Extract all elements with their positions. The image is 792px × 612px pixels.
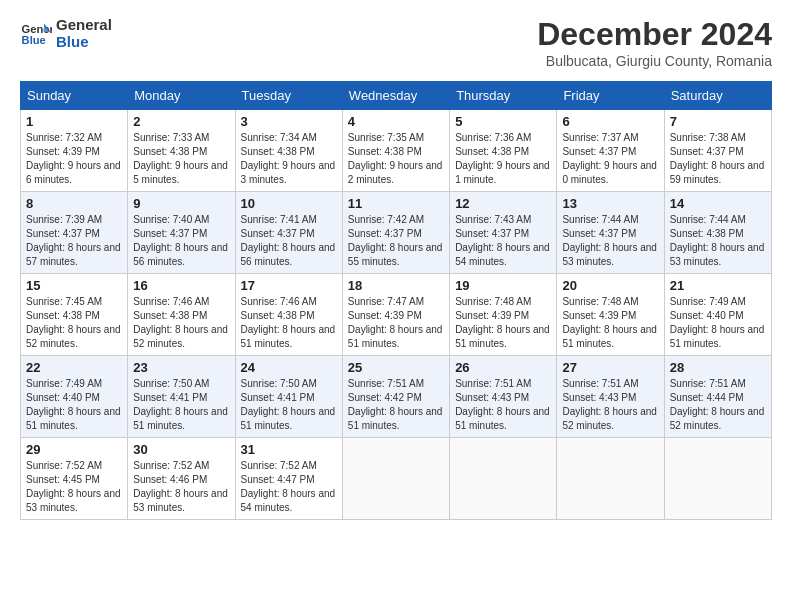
table-row: 24 Sunrise: 7:50 AMSunset: 4:41 PMDaylig…	[235, 356, 342, 438]
day-info: Sunrise: 7:52 AMSunset: 4:47 PMDaylight:…	[241, 460, 336, 513]
calendar-week-3: 15 Sunrise: 7:45 AMSunset: 4:38 PMDaylig…	[21, 274, 772, 356]
table-row: 11 Sunrise: 7:42 AMSunset: 4:37 PMDaylig…	[342, 192, 449, 274]
table-row: 25 Sunrise: 7:51 AMSunset: 4:42 PMDaylig…	[342, 356, 449, 438]
table-row: 6 Sunrise: 7:37 AMSunset: 4:37 PMDayligh…	[557, 110, 664, 192]
day-info: Sunrise: 7:33 AMSunset: 4:38 PMDaylight:…	[133, 132, 228, 185]
table-row: 2 Sunrise: 7:33 AMSunset: 4:38 PMDayligh…	[128, 110, 235, 192]
day-number: 27	[562, 360, 658, 375]
day-number: 12	[455, 196, 551, 211]
calendar-header-row: Sunday Monday Tuesday Wednesday Thursday…	[21, 82, 772, 110]
table-row: 26 Sunrise: 7:51 AMSunset: 4:43 PMDaylig…	[450, 356, 557, 438]
table-row: 31 Sunrise: 7:52 AMSunset: 4:47 PMDaylig…	[235, 438, 342, 520]
day-info: Sunrise: 7:52 AMSunset: 4:45 PMDaylight:…	[26, 460, 121, 513]
day-info: Sunrise: 7:45 AMSunset: 4:38 PMDaylight:…	[26, 296, 121, 349]
day-info: Sunrise: 7:51 AMSunset: 4:42 PMDaylight:…	[348, 378, 443, 431]
table-row: 10 Sunrise: 7:41 AMSunset: 4:37 PMDaylig…	[235, 192, 342, 274]
day-number: 6	[562, 114, 658, 129]
day-info: Sunrise: 7:51 AMSunset: 4:43 PMDaylight:…	[455, 378, 550, 431]
table-row: 14 Sunrise: 7:44 AMSunset: 4:38 PMDaylig…	[664, 192, 771, 274]
day-number: 26	[455, 360, 551, 375]
table-row: 7 Sunrise: 7:38 AMSunset: 4:37 PMDayligh…	[664, 110, 771, 192]
col-monday: Monday	[128, 82, 235, 110]
day-number: 31	[241, 442, 337, 457]
day-number: 10	[241, 196, 337, 211]
day-number: 9	[133, 196, 229, 211]
day-number: 30	[133, 442, 229, 457]
col-friday: Friday	[557, 82, 664, 110]
subtitle: Bulbucata, Giurgiu County, Romania	[537, 53, 772, 69]
table-row: 5 Sunrise: 7:36 AMSunset: 4:38 PMDayligh…	[450, 110, 557, 192]
col-wednesday: Wednesday	[342, 82, 449, 110]
day-number: 24	[241, 360, 337, 375]
table-row: 20 Sunrise: 7:48 AMSunset: 4:39 PMDaylig…	[557, 274, 664, 356]
table-row	[342, 438, 449, 520]
main-title: December 2024	[537, 16, 772, 53]
table-row: 22 Sunrise: 7:49 AMSunset: 4:40 PMDaylig…	[21, 356, 128, 438]
day-number: 20	[562, 278, 658, 293]
day-info: Sunrise: 7:42 AMSunset: 4:37 PMDaylight:…	[348, 214, 443, 267]
day-info: Sunrise: 7:32 AMSunset: 4:39 PMDaylight:…	[26, 132, 121, 185]
col-sunday: Sunday	[21, 82, 128, 110]
day-info: Sunrise: 7:49 AMSunset: 4:40 PMDaylight:…	[670, 296, 765, 349]
table-row: 15 Sunrise: 7:45 AMSunset: 4:38 PMDaylig…	[21, 274, 128, 356]
day-info: Sunrise: 7:41 AMSunset: 4:37 PMDaylight:…	[241, 214, 336, 267]
col-thursday: Thursday	[450, 82, 557, 110]
day-number: 25	[348, 360, 444, 375]
table-row: 21 Sunrise: 7:49 AMSunset: 4:40 PMDaylig…	[664, 274, 771, 356]
day-number: 1	[26, 114, 122, 129]
day-info: Sunrise: 7:48 AMSunset: 4:39 PMDaylight:…	[562, 296, 657, 349]
day-info: Sunrise: 7:51 AMSunset: 4:44 PMDaylight:…	[670, 378, 765, 431]
day-info: Sunrise: 7:38 AMSunset: 4:37 PMDaylight:…	[670, 132, 765, 185]
calendar-week-2: 8 Sunrise: 7:39 AMSunset: 4:37 PMDayligh…	[21, 192, 772, 274]
table-row: 1 Sunrise: 7:32 AMSunset: 4:39 PMDayligh…	[21, 110, 128, 192]
svg-text:Blue: Blue	[22, 34, 46, 46]
day-info: Sunrise: 7:47 AMSunset: 4:39 PMDaylight:…	[348, 296, 443, 349]
day-number: 11	[348, 196, 444, 211]
day-number: 22	[26, 360, 122, 375]
day-info: Sunrise: 7:37 AMSunset: 4:37 PMDaylight:…	[562, 132, 657, 185]
day-number: 7	[670, 114, 766, 129]
table-row: 16 Sunrise: 7:46 AMSunset: 4:38 PMDaylig…	[128, 274, 235, 356]
day-number: 19	[455, 278, 551, 293]
table-row: 12 Sunrise: 7:43 AMSunset: 4:37 PMDaylig…	[450, 192, 557, 274]
day-info: Sunrise: 7:35 AMSunset: 4:38 PMDaylight:…	[348, 132, 443, 185]
day-info: Sunrise: 7:44 AMSunset: 4:38 PMDaylight:…	[670, 214, 765, 267]
col-tuesday: Tuesday	[235, 82, 342, 110]
table-row: 23 Sunrise: 7:50 AMSunset: 4:41 PMDaylig…	[128, 356, 235, 438]
calendar-week-5: 29 Sunrise: 7:52 AMSunset: 4:45 PMDaylig…	[21, 438, 772, 520]
table-row: 3 Sunrise: 7:34 AMSunset: 4:38 PMDayligh…	[235, 110, 342, 192]
table-row: 18 Sunrise: 7:47 AMSunset: 4:39 PMDaylig…	[342, 274, 449, 356]
day-number: 18	[348, 278, 444, 293]
calendar-table: Sunday Monday Tuesday Wednesday Thursday…	[20, 81, 772, 520]
table-row: 9 Sunrise: 7:40 AMSunset: 4:37 PMDayligh…	[128, 192, 235, 274]
day-info: Sunrise: 7:39 AMSunset: 4:37 PMDaylight:…	[26, 214, 121, 267]
day-info: Sunrise: 7:50 AMSunset: 4:41 PMDaylight:…	[241, 378, 336, 431]
logo-text: General Blue	[56, 16, 112, 50]
day-number: 8	[26, 196, 122, 211]
table-row: 8 Sunrise: 7:39 AMSunset: 4:37 PMDayligh…	[21, 192, 128, 274]
day-info: Sunrise: 7:50 AMSunset: 4:41 PMDaylight:…	[133, 378, 228, 431]
day-info: Sunrise: 7:49 AMSunset: 4:40 PMDaylight:…	[26, 378, 121, 431]
day-number: 16	[133, 278, 229, 293]
day-number: 23	[133, 360, 229, 375]
day-info: Sunrise: 7:34 AMSunset: 4:38 PMDaylight:…	[241, 132, 336, 185]
col-saturday: Saturday	[664, 82, 771, 110]
day-number: 5	[455, 114, 551, 129]
day-info: Sunrise: 7:51 AMSunset: 4:43 PMDaylight:…	[562, 378, 657, 431]
day-info: Sunrise: 7:48 AMSunset: 4:39 PMDaylight:…	[455, 296, 550, 349]
day-number: 28	[670, 360, 766, 375]
logo: General Blue General Blue	[20, 16, 112, 50]
day-info: Sunrise: 7:43 AMSunset: 4:37 PMDaylight:…	[455, 214, 550, 267]
table-row: 4 Sunrise: 7:35 AMSunset: 4:38 PMDayligh…	[342, 110, 449, 192]
day-info: Sunrise: 7:36 AMSunset: 4:38 PMDaylight:…	[455, 132, 550, 185]
day-number: 2	[133, 114, 229, 129]
logo-icon: General Blue	[20, 17, 52, 49]
table-row: 19 Sunrise: 7:48 AMSunset: 4:39 PMDaylig…	[450, 274, 557, 356]
table-row	[664, 438, 771, 520]
table-row	[557, 438, 664, 520]
day-number: 15	[26, 278, 122, 293]
day-number: 14	[670, 196, 766, 211]
day-info: Sunrise: 7:44 AMSunset: 4:37 PMDaylight:…	[562, 214, 657, 267]
day-info: Sunrise: 7:46 AMSunset: 4:38 PMDaylight:…	[241, 296, 336, 349]
table-row: 30 Sunrise: 7:52 AMSunset: 4:46 PMDaylig…	[128, 438, 235, 520]
